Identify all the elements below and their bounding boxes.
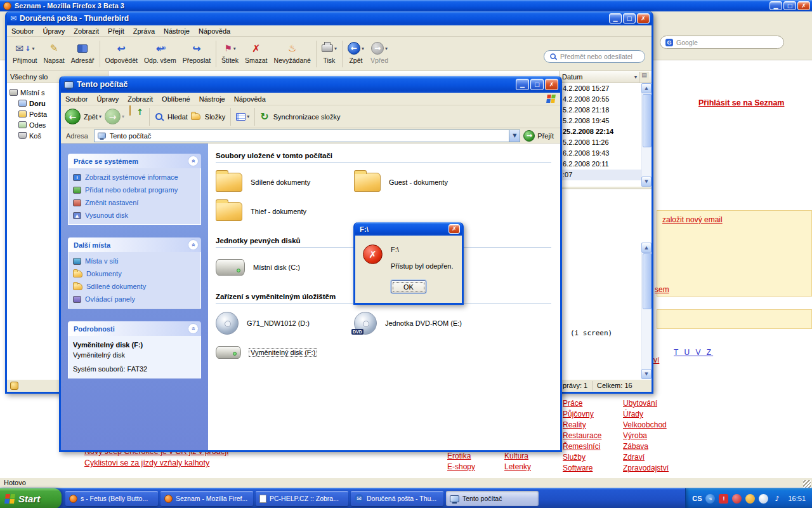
firefox-search-box[interactable]: G [660,36,784,49]
dropdown-caret-icon[interactable]: ▾ [362,46,364,51]
menu-zprava[interactable]: Zpráva [129,26,159,36]
menu-zobrazit[interactable]: Zobrazit [69,26,103,36]
firefox-close-button[interactable]: ✗ [797,1,810,10]
dialog-titlebar[interactable]: F:\ ✗ [355,222,462,236]
sync-folder-button[interactable]: ↻ Synchronizace složky [260,110,340,123]
place-network[interactable]: Místa v síti [73,257,196,265]
folder-item-shared[interactable]: Sdílené dokumenty [216,168,354,197]
reply-button[interactable]: ↩ Odpovědět [102,39,141,65]
task-add-remove-programs[interactable]: Přidat nebo odebrat programy [73,186,196,194]
dropdown-caret-icon[interactable]: ▾ [233,46,236,51]
dropdown-caret-icon[interactable]: ▾ [385,46,388,51]
thunderbird-minimize-button[interactable]: ▁ [609,13,622,23]
dir-link[interactable]: Velkoobchod [623,420,667,429]
dir-link[interactable]: Práce [563,399,582,408]
dir-link[interactable]: Reality [563,420,586,429]
address-dropdown-button[interactable]: ▼ [509,130,520,142]
new-email-link[interactable]: založit nový email [662,215,723,224]
menu-nastroje[interactable]: Nástroje [159,26,194,36]
explorer-titlebar[interactable]: Tento počítač ▁ □ ✗ [61,76,560,93]
scroll-thumb[interactable] [643,94,652,147]
message-row-unread[interactable]: 25.2.2008 22:14 [560,126,642,137]
folders-button[interactable]: Složky [191,113,225,121]
message-row[interactable]: 5.2.2008 19:45 [560,116,642,126]
dir-link[interactable]: Letenky [504,462,531,471]
forward-button[interactable]: ↪ Přeposlat [180,39,214,65]
message-row-partial[interactable]: :07 [560,170,642,180]
go-button[interactable]: → Přejít [523,130,558,142]
tray-update-icon[interactable]: « [705,494,715,504]
dir-link[interactable]: E-shopy [447,462,475,471]
system-tasks-header[interactable]: Práce se systémem » [68,154,201,168]
dropdown-caret-icon[interactable]: ▾ [32,46,35,51]
task-system-info[interactable]: iZobrazit systémové informace [73,173,196,181]
firefox-search-input[interactable] [676,39,778,46]
tray-alert-icon[interactable]: ! [719,494,728,504]
delete-button[interactable]: ✗ Smazat [242,39,271,65]
collapse-chevron-icon[interactable]: » [188,323,199,334]
tray-app-icon-red[interactable] [732,494,742,504]
menu-nastroje[interactable]: Nástroje [195,94,230,104]
scroll-up-button[interactable]: ▲ [641,243,652,253]
taskbar-button-firefox-fetus[interactable]: s - Fetus (Belly Butto... [65,491,158,506]
dir-link[interactable]: Výroba [623,431,647,440]
get-mail-button[interactable]: ✉↓▾ Přijmout [10,39,41,65]
message-list-scrollbar[interactable]: ▲ ▼ [641,83,652,187]
dir-link[interactable]: Restaurace [563,431,601,440]
tray-app-icon-yellow[interactable] [745,494,755,504]
forward-button[interactable]: → ▾ [105,109,124,124]
scroll-thumb[interactable] [643,253,652,309]
thunderbird-maximize-button[interactable]: □ [623,13,636,23]
headline-link-2[interactable]: Cyklistovi se za jízdy vzňaly kalhoty [84,458,209,467]
menu-upravy[interactable]: Úpravy [38,26,69,36]
menu-prejit[interactable]: Přejít [103,26,129,36]
menu-napoveda[interactable]: Nápověda [194,26,235,36]
message-row[interactable]: 6.2.2008 20:11 [560,159,642,170]
taskbar-button-firefox-pchelp[interactable]: PC-HELP.CZ :: Zobra... [256,491,348,506]
datum-column-header[interactable]: Datum ▾ ▤ [560,71,652,83]
task-change-settings[interactable]: Změnit nastavení [73,199,196,206]
menu-zobrazit[interactable]: Zobrazit [123,94,157,104]
scroll-up-button[interactable]: ▲ [641,83,652,93]
collapse-chevron-icon[interactable]: » [188,239,199,250]
menu-napoveda[interactable]: Nápověda [230,94,270,104]
dir-link[interactable]: Software [563,464,593,472]
folder-item-guest[interactable]: Guest - dokumenty [354,168,492,197]
forward-nav-button[interactable]: →▾ Vpřed [367,39,391,65]
preview-scrollbar[interactable]: ▲ ▼ [641,243,652,379]
drive-item-e[interactable]: DVDJednotka DVD-ROM (E:) [354,309,492,338]
message-row[interactable]: 6.2.2008 19:43 [560,148,642,159]
address-combo[interactable]: Tento počítač ▼ [94,130,520,142]
explorer-close-button[interactable]: ✗ [545,79,558,90]
message-search-input[interactable] [560,53,640,60]
dir-link[interactable]: Kultura [504,451,528,460]
dialog-close-button[interactable]: ✗ [449,224,460,234]
message-row[interactable]: 5.2.2008 21:18 [560,105,642,116]
link-fragment-vi[interactable]: ví [653,356,659,364]
task-eject-disk[interactable]: ▲Vysunout disk [73,211,196,219]
write-button[interactable]: ✎ Napsat [41,39,68,65]
back-button[interactable]: ← Zpět ▾ [65,109,102,124]
dir-link[interactable]: Půjčovny [563,410,594,418]
dir-link[interactable]: Služby [563,453,586,462]
drive-item-f-selected[interactable]: Vyměnitelný disk (F:) [216,338,354,367]
thunderbird-close-button[interactable]: ✗ [637,13,650,23]
message-row[interactable]: 4.2.2008 15:27 [560,83,642,94]
drive-item-c[interactable]: Místní disk (C:) [216,253,354,282]
alphabet-links[interactable]: T U V Z [674,348,713,357]
reply-all-button[interactable]: ↩ Odp. všem [141,39,180,65]
dir-link[interactable]: Zpravodajství [623,464,669,472]
dir-link[interactable]: Úřady [623,410,643,418]
junk-button[interactable]: ♨ Nevyžádané [271,39,314,65]
dropdown-caret-icon[interactable]: ▾ [334,46,337,51]
menu-oblibene[interactable]: Oblíbené [157,94,195,104]
taskbar-button-thunderbird[interactable]: ✉ Doručená pošta - Thu... [351,491,443,506]
print-button[interactable]: ▾ Tisk [318,39,340,65]
up-button[interactable]: ↑ [128,109,144,124]
taskbar-button-firefox-seznam[interactable]: Seznam - Mozilla Firef... [160,491,253,506]
tray-app-icon-light[interactable] [759,494,768,504]
scroll-down-button[interactable]: ▼ [641,369,652,379]
place-control-panel[interactable]: Ovládací panely [73,295,196,303]
language-indicator[interactable]: CS [692,495,702,502]
explorer-maximize-button[interactable]: □ [530,79,544,90]
